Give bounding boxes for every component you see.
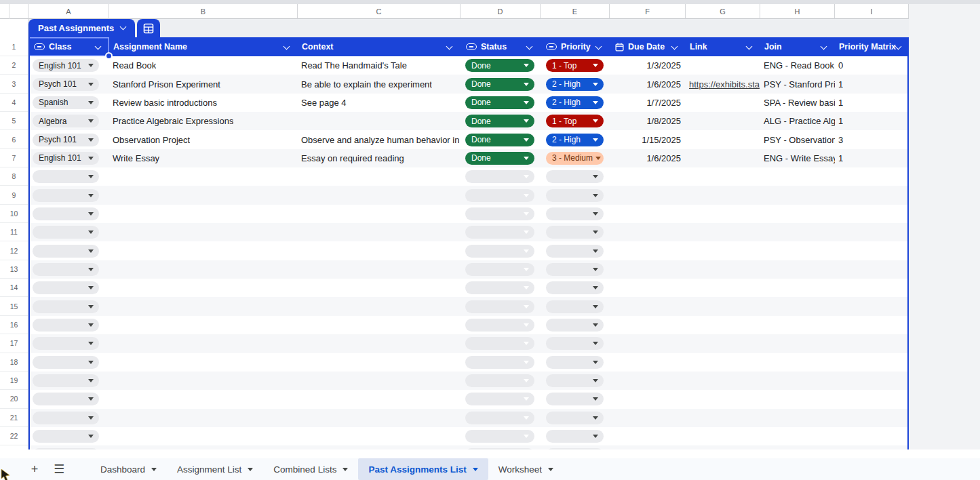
priority-chip[interactable] bbox=[546, 281, 604, 294]
status-chip[interactable] bbox=[465, 337, 534, 350]
column-letter-b[interactable]: B bbox=[109, 4, 298, 19]
cell-join[interactable] bbox=[760, 353, 835, 372]
row-number-2[interactable]: 2 bbox=[0, 56, 28, 75]
row-number-8[interactable]: 8 bbox=[0, 167, 28, 186]
cell-priority[interactable] bbox=[541, 353, 610, 372]
cell-class[interactable] bbox=[28, 390, 109, 408]
cell-priority-matrix[interactable] bbox=[835, 186, 909, 204]
cell-join[interactable]: SPA - Review basic bbox=[760, 94, 835, 112]
cell-join[interactable] bbox=[760, 186, 835, 204]
cell-priority-matrix[interactable]: 1 bbox=[835, 75, 909, 93]
cell-priority-matrix[interactable]: 0 bbox=[835, 56, 909, 75]
cell-priority[interactable] bbox=[541, 427, 610, 445]
class-chip[interactable] bbox=[33, 393, 99, 405]
chevron-down-icon[interactable] bbox=[746, 43, 753, 49]
column-header-status[interactable]: Status bbox=[460, 37, 541, 56]
priority-chip[interactable]: 3 - Medium bbox=[546, 152, 604, 165]
cell-class[interactable]: English 101 bbox=[28, 56, 109, 75]
cell-due-date[interactable] bbox=[610, 409, 686, 427]
class-chip[interactable] bbox=[33, 430, 99, 443]
column-header-assignment-name[interactable]: Assignment Name bbox=[109, 37, 298, 56]
row-number-13[interactable]: 13 bbox=[0, 260, 28, 279]
cell-due-date[interactable] bbox=[610, 316, 686, 334]
cell-class[interactable]: Psych 101 bbox=[28, 75, 109, 93]
cell-join[interactable] bbox=[760, 372, 835, 390]
column-header-join[interactable]: Join bbox=[760, 37, 835, 56]
cell-priority[interactable] bbox=[541, 409, 610, 427]
status-chip[interactable] bbox=[465, 281, 534, 294]
row-number-10[interactable]: 10 bbox=[0, 205, 28, 223]
column-letter-a[interactable]: A bbox=[28, 4, 109, 19]
cell-due-date[interactable] bbox=[610, 205, 686, 223]
cell-link[interactable] bbox=[686, 94, 760, 112]
priority-chip[interactable] bbox=[546, 207, 604, 220]
cell-assignment-name[interactable] bbox=[109, 260, 298, 279]
chevron-down-icon[interactable] bbox=[671, 43, 678, 49]
cell-join[interactable] bbox=[760, 167, 835, 186]
status-chip[interactable]: Done bbox=[465, 59, 534, 72]
cell-status[interactable]: Done bbox=[460, 75, 541, 93]
cell-priority[interactable] bbox=[541, 279, 610, 297]
cell-assignment-name[interactable] bbox=[109, 223, 298, 241]
priority-chip[interactable]: 1 - Top bbox=[546, 115, 604, 127]
selection-fill-handle[interactable] bbox=[105, 52, 113, 60]
cell-assignment-name[interactable] bbox=[109, 167, 298, 186]
cell-priority[interactable] bbox=[541, 260, 610, 279]
column-letter-i[interactable]: I bbox=[835, 4, 909, 19]
priority-chip[interactable] bbox=[546, 189, 604, 202]
cell-assignment-name[interactable] bbox=[109, 427, 298, 445]
row-number-17[interactable]: 17 bbox=[0, 334, 28, 353]
status-chip[interactable] bbox=[465, 430, 534, 443]
status-chip[interactable] bbox=[465, 300, 534, 313]
priority-chip[interactable]: 1 - Top bbox=[546, 59, 604, 72]
cell-assignment-name[interactable] bbox=[109, 241, 298, 260]
row-number-14[interactable]: 14 bbox=[0, 279, 28, 297]
cell-link[interactable] bbox=[686, 316, 760, 334]
row-number-1[interactable]: 1 bbox=[0, 37, 28, 56]
class-chip[interactable] bbox=[33, 337, 99, 350]
cell-join[interactable]: ENG - Read Book - I bbox=[760, 56, 835, 75]
column-letter-e[interactable]: E bbox=[541, 4, 610, 19]
status-chip[interactable] bbox=[465, 356, 534, 369]
status-chip[interactable]: Done bbox=[465, 78, 534, 91]
cell-join[interactable]: ENG - Write Essay - bbox=[760, 149, 835, 167]
cell-assignment-name[interactable]: Observation Project bbox=[109, 130, 298, 148]
cell-priority[interactable] bbox=[541, 390, 610, 408]
chevron-down-icon[interactable] bbox=[595, 43, 602, 49]
cell-due-date[interactable]: 1/6/2025 bbox=[610, 149, 686, 167]
cell-due-date[interactable] bbox=[610, 167, 686, 186]
cell-status[interactable] bbox=[460, 390, 541, 408]
chevron-down-icon[interactable] bbox=[95, 43, 102, 49]
cell-context[interactable]: Read The Handmaid's Tale bbox=[298, 56, 460, 75]
cell-priority[interactable]: 1 - Top bbox=[541, 56, 610, 75]
cell-link[interactable] bbox=[686, 112, 760, 130]
cell-class[interactable] bbox=[28, 409, 109, 427]
chevron-down-icon[interactable] bbox=[895, 43, 902, 49]
cell-link[interactable] bbox=[686, 205, 760, 223]
cell-assignment-name[interactable]: Stanford Prison Experiment bbox=[109, 75, 298, 93]
cell-priority[interactable] bbox=[541, 316, 610, 334]
row-number-16[interactable]: 16 bbox=[0, 316, 28, 334]
cell-status[interactable] bbox=[460, 223, 541, 241]
status-chip[interactable]: Done bbox=[465, 152, 534, 165]
cell-assignment-name[interactable] bbox=[109, 409, 298, 427]
priority-chip[interactable]: 2 - High bbox=[546, 78, 604, 91]
status-chip[interactable] bbox=[465, 263, 534, 276]
cell-join[interactable] bbox=[760, 316, 835, 334]
status-chip[interactable] bbox=[465, 226, 534, 239]
status-chip[interactable] bbox=[465, 393, 534, 405]
row-number-18[interactable]: 18 bbox=[0, 353, 28, 372]
cell-due-date[interactable]: 1/7/2025 bbox=[610, 94, 686, 112]
cell-join[interactable] bbox=[760, 409, 835, 427]
cell-link[interactable] bbox=[686, 279, 760, 297]
status-chip[interactable] bbox=[465, 412, 534, 424]
cell-link[interactable] bbox=[686, 409, 760, 427]
cell-link[interactable] bbox=[686, 353, 760, 372]
cell-status[interactable] bbox=[460, 167, 541, 186]
priority-chip[interactable] bbox=[546, 300, 604, 313]
cell-context[interactable] bbox=[298, 372, 460, 390]
cell-class[interactable] bbox=[28, 427, 109, 445]
row-number-7[interactable]: 7 bbox=[0, 149, 28, 167]
cell-status[interactable] bbox=[460, 316, 541, 334]
cell-assignment-name[interactable] bbox=[109, 372, 298, 390]
